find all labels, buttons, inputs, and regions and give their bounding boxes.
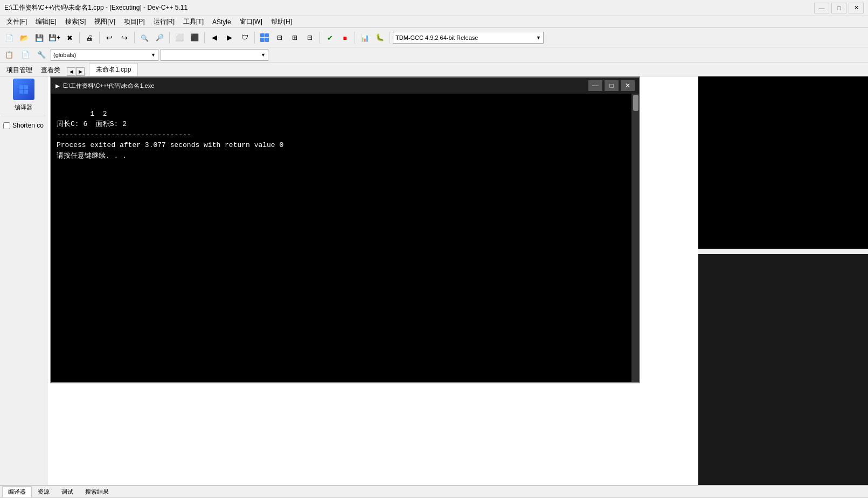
compiler-icon[interactable]	[13, 79, 34, 100]
menu-edit[interactable]: 编辑[E]	[31, 16, 61, 27]
tb-btn-extra2[interactable]: ▶	[223, 31, 237, 45]
find-next-button[interactable]: 🔎	[152, 31, 166, 45]
find-button[interactable]	[137, 31, 151, 45]
menu-astyle[interactable]: AStyle	[208, 17, 235, 27]
menu-file[interactable]: 文件[F]	[2, 16, 31, 27]
editor-area[interactable]: ▶ E:\工作资料\C++\代码\未命名1.exe — □ ✕ 1 2 周长C:…	[47, 76, 698, 485]
scope-combo[interactable]: ▼	[161, 49, 268, 61]
tb-btn-extra1[interactable]: ◀	[207, 31, 221, 45]
save-all-button[interactable]: 💾+	[47, 31, 61, 45]
unindent-button[interactable]: ⬛	[188, 31, 202, 45]
right-panel-divider	[698, 249, 868, 254]
save-button[interactable]	[32, 31, 46, 45]
toolbar-separator-7	[320, 32, 320, 44]
check-button[interactable]	[323, 31, 337, 45]
tb-btn-extra3[interactable]: 🛡	[238, 31, 252, 45]
grid-btn-4[interactable]: ⊟	[303, 31, 317, 45]
close-file-button[interactable]	[63, 31, 77, 45]
console-scroll-thumb[interactable]	[633, 95, 638, 111]
console-close-button[interactable]: ✕	[621, 80, 635, 91]
indent-button[interactable]: ⬜	[172, 31, 186, 45]
menu-tools[interactable]: 工具[T]	[179, 16, 208, 27]
extra3-icon: 🛡	[241, 33, 248, 41]
menu-run[interactable]: 运行[R]	[149, 16, 179, 27]
compiler-label: TDM-GCC 4.9.2 64-bit Release	[395, 34, 478, 41]
compiler-combo[interactable]: TDM-GCC 4.9.2 64-bit Release ▼	[393, 32, 544, 44]
compiler-combo-arrow: ▼	[536, 35, 541, 40]
indent-icon: ⬜	[175, 33, 184, 41]
console-content: 1 2 周长C: 6 面积S: 2 ----------------------…	[51, 94, 639, 382]
main-area: 编译器 Shorten co ▶ E:\工作资料\C++\代码\未命名1.exe…	[0, 76, 868, 485]
toolbar-separator-4	[169, 32, 170, 44]
toolbar-separator-1	[79, 32, 80, 44]
file-tab[interactable]: 未命名1.cpp	[89, 63, 138, 76]
shorten-compiler-checkbox[interactable]	[3, 122, 10, 129]
tab-bar: 项目管理 查看类 ◀ ▶ 未命名1.cpp	[0, 62, 868, 76]
globals-combo[interactable]: (globals) ▼	[51, 49, 158, 61]
shorten-compiler-row: Shorten co	[2, 121, 45, 130]
console-title-left: ▶ E:\工作资料\C++\代码\未命名1.exe	[55, 82, 154, 90]
maximize-button[interactable]: □	[831, 3, 846, 13]
add-watchpoint-button[interactable]: 📋	[2, 48, 16, 62]
chart-button[interactable]	[358, 31, 372, 45]
right-panel	[698, 76, 868, 485]
bottom-tab-resources[interactable]: 资源	[32, 486, 55, 497]
toolbar-separator-5	[204, 32, 205, 44]
console-maximize-button[interactable]: □	[605, 80, 619, 91]
toolbar-separator-2	[99, 32, 100, 44]
console-title-icon: ▶	[55, 83, 60, 89]
menu-view[interactable]: 视图[V]	[90, 16, 120, 27]
left-sidebar: 编译器 Shorten co	[0, 76, 47, 485]
toolbar: 💾+ 🔎 ⬜ ⬛ ◀ ▶ 🛡 ⊟ ⊞ ⊟ 🐛 TDM-GCC 4.9.2 64-…	[0, 28, 868, 47]
view-button[interactable]: 📄	[18, 48, 32, 62]
bottom-tabs: 编译器 资源 调试 搜索结果	[0, 486, 868, 498]
open-button[interactable]	[17, 31, 31, 45]
grid-btn-1[interactable]	[258, 31, 272, 45]
tab-nav-right[interactable]: ▶	[76, 67, 85, 76]
grid-icon-4: ⊟	[307, 34, 313, 41]
console-scrollbar[interactable]	[631, 94, 639, 382]
grid-icon-1	[260, 33, 269, 42]
open-icon	[20, 33, 29, 42]
toolbar-separator-9	[390, 32, 390, 44]
minimize-button[interactable]: —	[814, 3, 829, 13]
console-popup: ▶ E:\工作资料\C++\代码\未命名1.exe — □ ✕ 1 2 周长C:…	[50, 76, 640, 383]
project-manager-tab[interactable]: 项目管理	[2, 65, 37, 76]
find-next-icon: 🔎	[156, 34, 164, 41]
console-line2: 周长C: 6 面积S: 2	[57, 120, 127, 128]
grid-btn-3[interactable]: ⊞	[288, 31, 302, 45]
debug2-icon: 🔧	[37, 51, 46, 59]
menu-help[interactable]: 帮助[H]	[267, 16, 296, 27]
console-minimize-button[interactable]: —	[588, 80, 602, 91]
compiler-grid-icon	[19, 85, 28, 94]
watchpoint-icon: 📋	[5, 51, 13, 59]
class-view-tab[interactable]: 查看类	[37, 65, 65, 76]
new-icon	[5, 33, 13, 42]
console-line4: Process exited after 3.077 seconds with …	[57, 141, 283, 149]
redo-button[interactable]	[117, 31, 131, 45]
menu-window[interactable]: 窗口[W]	[235, 16, 267, 27]
toolbar-separator-3	[134, 32, 135, 44]
undo-icon	[106, 33, 113, 42]
compiler-label-text: 编译器	[15, 103, 32, 111]
title-controls: — □ ✕	[814, 3, 864, 13]
grid-btn-2[interactable]: ⊟	[273, 31, 287, 45]
close-button[interactable]: ✕	[849, 3, 864, 13]
save-icon	[35, 33, 44, 42]
tab-nav-left[interactable]: ◀	[67, 67, 75, 76]
undo-button[interactable]	[102, 31, 116, 45]
print-button[interactable]	[82, 31, 96, 45]
new-button[interactable]	[2, 31, 16, 45]
debug-button[interactable]: 🐛	[373, 31, 387, 45]
title-text: E:\工作资料\C++\代码\未命名1.cpp - [Executing] - …	[4, 3, 188, 12]
bottom-tab-debug[interactable]: 调试	[55, 486, 79, 497]
right-panel-top	[698, 76, 868, 249]
bottom-tab-compiler[interactable]: 编译器	[2, 486, 32, 497]
stop-button[interactable]	[338, 31, 352, 45]
menu-search[interactable]: 搜索[S]	[61, 16, 91, 27]
shorten-compiler-label: Shorten co	[12, 122, 44, 129]
debug2-button[interactable]: 🔧	[34, 48, 48, 62]
menu-project[interactable]: 项目[P]	[120, 16, 149, 27]
bottom-tab-search[interactable]: 搜索结果	[79, 486, 115, 497]
grid-icon-2: ⊟	[277, 34, 282, 41]
